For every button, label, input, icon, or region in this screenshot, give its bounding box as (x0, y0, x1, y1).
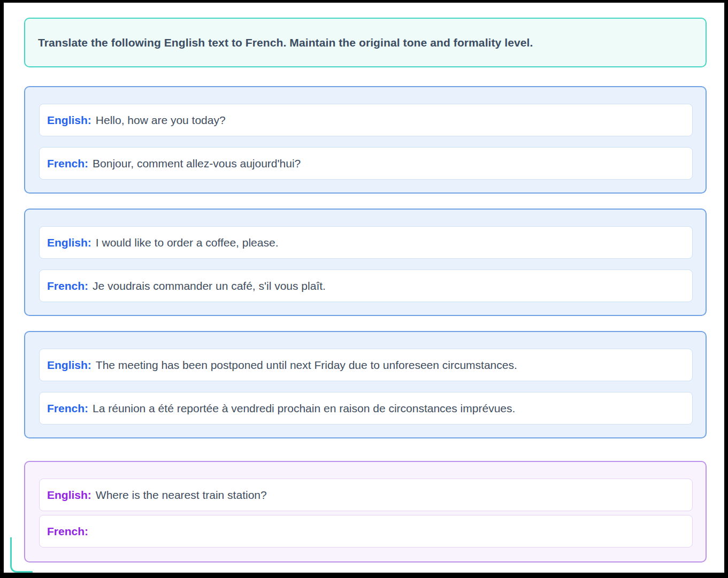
query-english-row: English: Where is the nearest train stat… (39, 479, 693, 511)
english-label: English: (47, 359, 91, 372)
english-row: English: Hello, how are you today? (39, 104, 693, 136)
french-text: La réunion a été reportée à vendredi pro… (93, 402, 515, 415)
english-row: English: The meeting has been postponed … (39, 349, 693, 381)
french-label: French: (47, 280, 88, 292)
example-card-3: English: The meeting has been postponed … (24, 331, 707, 438)
french-row: French: Bonjour, comment allez-vous aujo… (39, 147, 693, 180)
query-english-text: Where is the nearest train station? (96, 489, 267, 502)
example-card-2: English: I would like to order a coffee,… (24, 209, 707, 316)
instruction-banner: Translate the following English text to … (24, 18, 707, 67)
french-label: French: (47, 402, 88, 415)
example-card-1: English: Hello, how are you today? Frenc… (24, 86, 707, 194)
english-text: The meeting has been postponed until nex… (96, 359, 517, 372)
page-frame: Translate the following English text to … (0, 0, 728, 578)
english-label: English: (47, 114, 91, 127)
english-row: English: I would like to order a coffee,… (39, 226, 693, 259)
french-text: Bonjour, comment allez-vous aujourd'hui? (93, 157, 301, 170)
query-french-row: French: (39, 515, 693, 548)
french-row: French: Je voudrais commander un café, s… (39, 269, 693, 302)
english-label: English: (47, 236, 91, 249)
query-card: English: Where is the nearest train stat… (24, 461, 707, 562)
french-row: French: La réunion a été reportée à vend… (39, 392, 693, 425)
english-text: Hello, how are you today? (96, 114, 226, 127)
cutoff-box-corner (10, 537, 33, 573)
french-label: French: (47, 525, 88, 538)
french-label: French: (47, 157, 88, 170)
instruction-text: Translate the following English text to … (38, 36, 533, 49)
english-label: English: (47, 489, 91, 502)
english-text: I would like to order a coffee, please. (96, 236, 279, 249)
french-text: Je voudrais commander un café, s'il vous… (93, 280, 326, 292)
